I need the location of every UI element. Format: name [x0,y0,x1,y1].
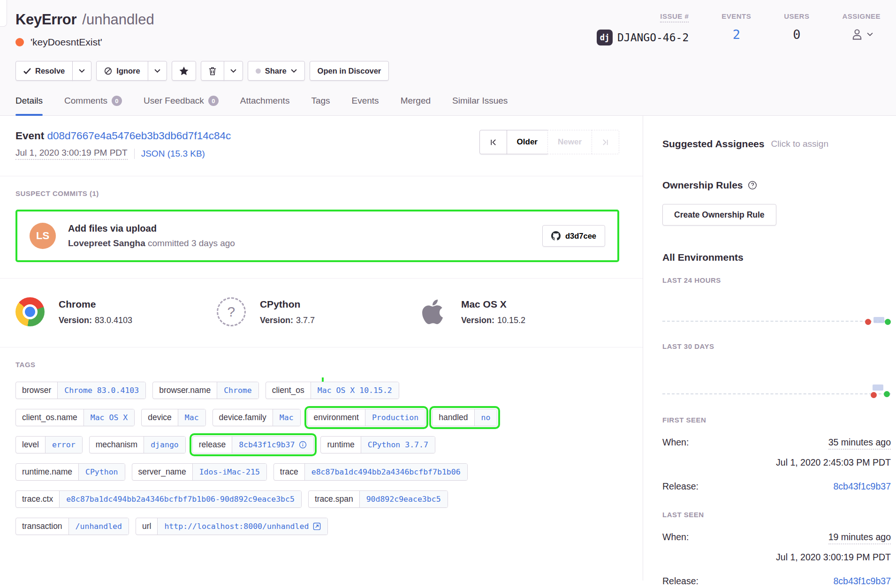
release-label: Release: [662,576,699,587]
tab-attachments[interactable]: Attachments [240,96,290,115]
external-link-icon[interactable] [313,522,321,530]
tag-value-link[interactable]: 90d892c9eace3bc5 [359,491,448,507]
event-bar-marker [873,384,883,391]
context-browser: Chrome Version:83.0.4103 [15,297,217,326]
event-id-link[interactable]: d08d7667e4a5476eb3b3db6d7f14c84c [47,130,231,142]
tag-value-link[interactable]: Production [365,409,425,426]
divider [0,278,643,279]
tag-key: runtime [321,437,360,453]
tag-value-link[interactable]: e8c87ba1dc494bb2a4346bcfbf7b1b06 [304,464,467,480]
when-label: When: [662,437,689,448]
tag-key: client_os.name [16,409,84,426]
tag-value-link[interactable]: Chrome [217,382,258,399]
tag-value-link[interactable]: e8c87ba1dc494bb2a4346bcfbf7b1b06-90d892c… [59,491,301,507]
tag-row: levelerrormechanismdjangorelease8cb43f1c… [15,436,619,453]
tab-tags[interactable]: Tags [311,96,330,115]
issue-header: KeyError/unhandled 'keyDoesntExist' ISSU… [0,0,896,116]
issue-culprit-row: 'keyDoesntExist' [15,37,154,48]
context-version: 10.15.2 [497,316,525,325]
tag-key: trace.span [309,491,359,507]
last-seen-relative: 19 minutes ago [828,532,891,544]
tag-value-link[interactable]: Mac OS X [84,409,134,426]
ownership-rules-heading: Ownership Rules [662,180,891,191]
tag-value-link[interactable]: 8cb43f1c9b37 [232,437,313,453]
first-seen-date: Jul 1, 2020 2:45:03 PM PDT [662,457,891,468]
issue-tabs: Details Comments0 User Feedback0 Attachm… [15,96,881,115]
tag-pill: client_osMac OS X 10.15.2 [266,382,399,399]
tab-similar-issues[interactable]: Similar Issues [452,96,508,115]
tag-value-link[interactable]: Mac OS X 10.15.2 [311,382,399,399]
assignee-dropdown[interactable] [850,27,873,41]
tag-key: transaction [16,518,68,535]
event-json-link[interactable]: JSON (15.3 KB) [141,149,205,159]
tag-key: server_name [132,464,192,480]
last-seen-release-link[interactable]: 8cb43f1c9b37 [833,576,891,587]
suspect-commits-heading: SUSPECT COMMITS (1) [15,189,619,197]
tag-key: device.family [213,409,273,426]
event-title: Event d08d7667e4a5476eb3b3db6d7f14c84c [15,130,231,142]
ban-icon [104,67,112,75]
assignee-label: ASSIGNEE [842,12,881,20]
first-seen-marker [871,392,877,398]
first-seen-release-link[interactable]: 8cb43f1c9b37 [833,481,891,492]
last-seen-date: Jul 1, 2020 3:00:19 PM PDT [662,552,891,563]
tag-pill: tracee8c87ba1dc494bb2a4346bcfbf7b1b06 [273,463,468,481]
ignore-button[interactable]: Ignore [96,61,148,81]
tag-key: release [193,437,232,453]
chevron-down-icon [79,69,85,73]
tag-row: runtime.nameCPythonserver_nameIdos-iMac-… [15,463,619,481]
delete-dropdown-button[interactable] [224,61,243,81]
issue-sidebar: Suggested Assignees Click to assign Owne… [643,116,896,580]
commit-sha-button[interactable]: d3d7cee [542,225,605,247]
open-in-discover-button[interactable]: Open in Discover [310,61,389,81]
tab-comments[interactable]: Comments0 [64,96,122,115]
tag-value-link[interactable]: no [474,409,497,426]
help-circle-icon[interactable] [748,181,757,190]
click-to-assign-hint: Click to assign [771,139,828,149]
newer-event-button[interactable]: Newer [547,130,592,154]
chevron-down-icon [230,69,236,73]
tag-value-link[interactable]: Mac [273,409,300,426]
ignore-dropdown-button[interactable] [148,61,167,81]
last-seen-heading: LAST SEEN [662,511,891,519]
skip-to-newest-button[interactable] [592,130,619,154]
tag-pill: runtimeCPython 3.7.7 [320,436,435,453]
tag-value-link[interactable]: CPython 3.7.7 [361,437,435,453]
events-count[interactable]: 2 [733,27,740,42]
tab-merged[interactable]: Merged [401,96,431,115]
oldest-event-button[interactable] [479,130,507,154]
delete-button[interactable] [201,61,224,81]
tag-value-link[interactable]: Idos-iMac-215 [192,464,266,480]
last-30d-sparkline [662,393,891,394]
resolve-button[interactable]: Resolve [15,61,73,81]
create-ownership-rule-button[interactable]: Create Ownership Rule [662,204,776,226]
tag-value-link[interactable]: Mac [178,409,205,426]
check-icon [23,68,31,74]
avatar: LS [30,223,56,249]
tag-key: handled [433,409,474,426]
tag-pill: server_nameIdos-iMac-215 [132,463,267,481]
resolve-dropdown-button[interactable] [72,61,91,81]
tag-value-link[interactable]: Chrome 83.0.4103 [57,382,145,399]
context-version: 83.0.4103 [95,316,132,325]
tag-value-link[interactable]: CPython [78,464,125,480]
bookmark-star-button[interactable] [172,61,196,81]
older-event-button[interactable]: Older [507,130,548,154]
tag-value-link[interactable]: django [144,437,185,453]
tag-value-link[interactable]: /unhandled [68,518,129,535]
last-seen-marker [885,319,891,325]
tab-events[interactable]: Events [352,96,379,115]
tab-details[interactable]: Details [15,96,43,115]
last-24h-sparkline [662,321,891,322]
tags-list: browserChrome 83.0.4103browser.nameChrom… [15,382,619,535]
users-count[interactable]: 0 [793,27,800,42]
divider [134,149,135,159]
tag-value-link[interactable]: error [45,437,82,453]
when-label: When: [662,532,689,543]
tab-user-feedback[interactable]: User Feedback0 [144,96,219,115]
github-icon [551,231,561,241]
info-icon[interactable] [299,441,307,449]
share-button[interactable]: Share [248,61,305,81]
context-os: Mac OS X Version:10.15.2 [418,297,619,326]
tag-value-link[interactable]: http://localhost:8000/unhandled [157,518,327,535]
